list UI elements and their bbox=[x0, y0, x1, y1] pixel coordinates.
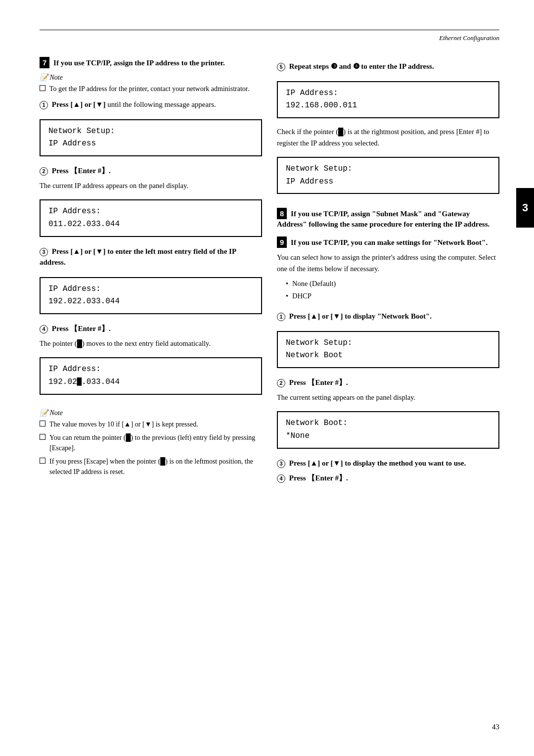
substep1-text: until the following message appears. bbox=[107, 100, 216, 108]
step7-block: 7 If you use TCP/IP, assign the IP addre… bbox=[40, 57, 262, 477]
substep5-block: 5 Repeat steps ❸ and ❹ to enter the IP a… bbox=[277, 61, 499, 199]
substep4-text: Press 【Enter #】. bbox=[52, 325, 111, 332]
step9-substep3-text: Press [▲] or [▼] to display the method y… bbox=[289, 459, 466, 467]
checkbox2-icon bbox=[40, 421, 45, 426]
lcd5-line2: 192.168.000.011 bbox=[286, 99, 490, 112]
substep1: 1 Press [▲] or [▼] until the following m… bbox=[40, 99, 262, 110]
substep2: 2 Press 【Enter #】. bbox=[40, 165, 262, 177]
step9-body1: You can select how to assign the printer… bbox=[277, 252, 499, 275]
step9-substep4-num: 4 bbox=[277, 474, 285, 483]
lcd7-line1: Network Setup: bbox=[286, 337, 490, 350]
step7-note: 📝 Note To get the IP address for the pri… bbox=[40, 73, 262, 94]
substep1-num: 1 bbox=[40, 101, 48, 109]
step7-note2: 📝 Note The value moves by 10 if [▲] or [… bbox=[40, 409, 262, 477]
header-title: Ethernet Configuration bbox=[40, 34, 499, 42]
lcd3-line2: 192.022.033.044 bbox=[48, 295, 253, 308]
note2-item-2: You can return the pointer (█) to the pr… bbox=[40, 432, 262, 453]
lcd6-line2: IP Address bbox=[286, 176, 490, 189]
lcd-display-4: IP Address: 192.02█.033.044 bbox=[40, 357, 262, 394]
note-item-1: To get the IP address for the printer, c… bbox=[40, 84, 262, 94]
check-text: Check if the pointer (█) is at the right… bbox=[277, 126, 499, 149]
substep2-text: Press 【Enter #】. bbox=[52, 167, 111, 175]
step9-number: 9 bbox=[277, 236, 287, 248]
lcd-display-8: Network Boot: *None bbox=[277, 411, 499, 448]
note2-title: 📝 Note bbox=[40, 409, 262, 417]
substep5-num: 5 bbox=[277, 63, 285, 71]
substep4-num: 4 bbox=[40, 325, 48, 333]
step9-current-text: The current setting appears on the panel… bbox=[277, 392, 499, 403]
step9-substep1-num: 1 bbox=[277, 313, 285, 321]
step9-substep2-text: Press 【Enter #】. bbox=[289, 378, 348, 386]
substep5-text: Repeat steps ❸ and ❹ to enter the IP add… bbox=[289, 62, 434, 70]
step9-substep1-text: Press [▲] or [▼] to display "Network Boo… bbox=[289, 312, 432, 320]
lcd-display-7: Network Setup: Network Boot bbox=[277, 331, 499, 368]
lcd3-line1: IP Address: bbox=[48, 283, 253, 296]
left-column: 7 If you use TCP/IP, assign the IP addre… bbox=[40, 57, 262, 491]
step9-substep2: 2 Press 【Enter #】. bbox=[277, 377, 499, 388]
step9-heading: 9 If you use TCP/IP, you can make settin… bbox=[277, 236, 499, 248]
step7-number: 7 bbox=[40, 57, 49, 68]
pointer-text: The pointer (█) moves to the next entry … bbox=[40, 338, 262, 349]
lcd4-line2: 192.02█.033.044 bbox=[48, 376, 253, 389]
step9-substep3-num: 3 bbox=[277, 460, 285, 468]
substep1-label: Press bbox=[52, 100, 71, 108]
step9-block: 9 If you use TCP/IP, you can make settin… bbox=[277, 236, 499, 483]
checkbox-icon bbox=[40, 85, 45, 91]
step9-substep1: 1 Press [▲] or [▼] to display "Network B… bbox=[277, 311, 499, 322]
lcd-display-3: IP Address: 192.022.033.044 bbox=[40, 277, 262, 314]
step8-number: 8 bbox=[277, 208, 287, 219]
right-column: 5 Repeat steps ❸ and ❹ to enter the IP a… bbox=[277, 57, 499, 491]
step8-block: 8 If you use TCP/IP, assign "Subnet Mask… bbox=[277, 208, 499, 230]
substep4: 4 Press 【Enter #】. bbox=[40, 323, 262, 334]
tab-number: 3 bbox=[522, 201, 528, 214]
checkbox4-icon bbox=[40, 458, 45, 464]
substep3: 3 Press [▲] or [▼] to enter the left mos… bbox=[40, 246, 262, 268]
bullet-dhcp: DHCP bbox=[286, 290, 499, 302]
tab-marker: 3 bbox=[516, 188, 534, 228]
substep3-text: Press [▲] or [▼] to enter the left most … bbox=[40, 247, 236, 267]
lcd6-line1: Network Setup: bbox=[286, 163, 490, 176]
step9-substep2-num: 2 bbox=[277, 379, 285, 387]
page-container: Ethernet Configuration 3 7 If you use TC… bbox=[0, 0, 534, 756]
substep2-num: 2 bbox=[40, 167, 48, 176]
note-title: 📝 Note bbox=[40, 73, 262, 82]
lcd-display-2: IP Address: 011.022.033.044 bbox=[40, 199, 262, 236]
lcd-display-5: IP Address: 192.168.000.011 bbox=[277, 81, 499, 118]
step9-substep4: 4 Press 【Enter #】. bbox=[277, 472, 499, 484]
substep1-key: [▲] or [▼] bbox=[70, 100, 105, 108]
step9-substep3: 3 Press [▲] or [▼] to display the method… bbox=[277, 458, 499, 469]
main-content: 7 If you use TCP/IP, assign the IP addre… bbox=[40, 57, 499, 491]
page-number: 43 bbox=[492, 723, 499, 731]
step8-heading: 8 If you use TCP/IP, assign "Subnet Mask… bbox=[277, 208, 499, 230]
lcd-display-6: Network Setup: IP Address bbox=[277, 157, 499, 194]
lcd2-line2: 011.022.033.044 bbox=[48, 218, 253, 231]
lcd2-line1: IP Address: bbox=[48, 205, 253, 218]
note2-item-3: If you press [Escape] when the pointer (… bbox=[40, 456, 262, 477]
lcd8-line1: Network Boot: bbox=[286, 417, 490, 430]
header-rule bbox=[40, 30, 499, 30]
checkbox3-icon bbox=[40, 434, 45, 440]
substep5: 5 Repeat steps ❸ and ❹ to enter the IP a… bbox=[277, 61, 499, 72]
step9-substep4-text: Press 【Enter #】. bbox=[289, 474, 348, 482]
lcd8-line2: *None bbox=[286, 430, 490, 443]
lcd-display-1: Network Setup: IP Address bbox=[40, 119, 262, 156]
lcd1-line1: Network Setup: bbox=[48, 125, 253, 138]
bullet-none: None (Default) bbox=[286, 278, 499, 289]
step7-heading: 7 If you use TCP/IP, assign the IP addre… bbox=[40, 57, 262, 68]
lcd7-line2: Network Boot bbox=[286, 349, 490, 362]
lcd1-line2: IP Address bbox=[48, 138, 253, 150]
current-ip-text: The current IP address appears on the pa… bbox=[40, 180, 262, 191]
note2-item-1: The value moves by 10 if [▲] or [▼] is k… bbox=[40, 419, 262, 429]
lcd4-line1: IP Address: bbox=[48, 363, 253, 376]
lcd5-line1: IP Address: bbox=[286, 87, 490, 100]
substep3-num: 3 bbox=[40, 248, 48, 256]
